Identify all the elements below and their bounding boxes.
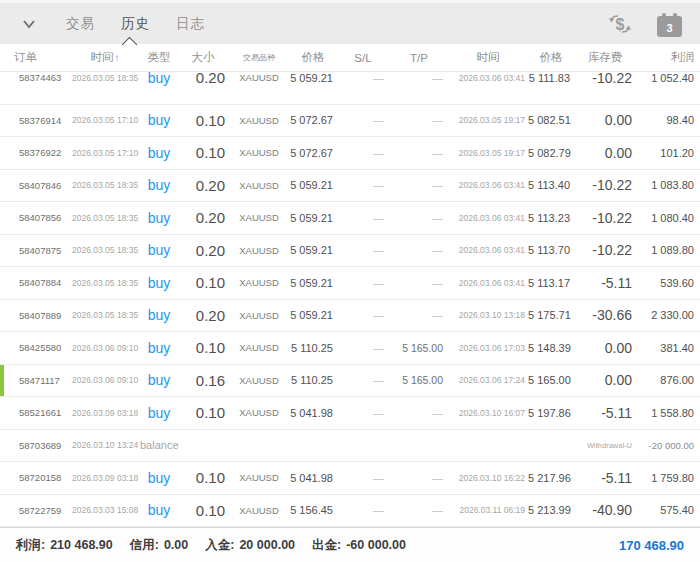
open-price: 5 156.45 bbox=[290, 504, 336, 516]
order-id: 58722759 bbox=[0, 505, 70, 516]
history-row[interactable]: 584078892026.03.05 18:35buy0.20XAUUSD5 0… bbox=[0, 300, 700, 333]
size-value: 0.20 bbox=[178, 72, 228, 86]
type-label: buy bbox=[140, 372, 178, 388]
sl-value: — bbox=[336, 342, 390, 354]
swap-value: -10.22 bbox=[574, 242, 636, 258]
tp-value: — bbox=[390, 147, 448, 159]
sl-value: — bbox=[336, 277, 390, 289]
history-row[interactable]: 587227592026.03.03 15:08buy0.10XAUUSD5 1… bbox=[0, 495, 700, 528]
close-price: 5 148.39 bbox=[528, 342, 574, 354]
swap-value: -10.22 bbox=[574, 177, 636, 193]
order-id: 58374463 bbox=[0, 72, 70, 83]
tp-value: — bbox=[390, 309, 448, 321]
history-row[interactable]: 583769222026.03.05 17:10buy0.10XAUUSD5 0… bbox=[0, 137, 700, 170]
history-row[interactable]: 584078562026.03.05 18:35buy0.20XAUUSD5 0… bbox=[0, 202, 700, 235]
symbol-label: XAUUSD bbox=[228, 212, 290, 223]
summary-profit-value: 210 468.90 bbox=[50, 538, 113, 552]
order-id: 58376922 bbox=[0, 147, 70, 158]
size-value: 0.10 bbox=[178, 404, 228, 421]
col-close-time[interactable]: 时间 bbox=[448, 50, 528, 65]
col-close-price[interactable]: 价格 bbox=[528, 50, 574, 65]
history-row[interactable]: 583769142026.03.05 17:10buy0.10XAUUSD5 0… bbox=[0, 105, 700, 138]
order-id: 58703689 bbox=[0, 440, 70, 451]
deposit-withdrawal-button[interactable]: $ bbox=[607, 11, 633, 37]
col-open-price[interactable]: 价格 bbox=[290, 50, 336, 65]
symbol-label: XAUUSD bbox=[228, 472, 290, 483]
history-row[interactable]: 587201582026.03.09 03:18buy0.10XAUUSD5 0… bbox=[0, 462, 700, 495]
symbol-label: XAUUSD bbox=[228, 505, 290, 516]
tab-trade[interactable]: 交易 bbox=[66, 15, 95, 33]
swap-value: 0.00 bbox=[574, 340, 636, 356]
sl-value: — bbox=[336, 114, 390, 126]
close-time: 2026.03.10 16:07 bbox=[448, 408, 528, 418]
sl-value: — bbox=[336, 244, 390, 256]
col-sl[interactable]: S/L bbox=[336, 52, 390, 64]
profit-value: 98.40 bbox=[636, 114, 700, 126]
close-price: 5 213.99 bbox=[528, 504, 574, 516]
swap-value: -5.11 bbox=[574, 405, 636, 421]
type-label: buy bbox=[140, 177, 178, 193]
top-tab-bar: 交易 历史 日志 $ 3 bbox=[0, 3, 700, 44]
close-time: 2026.03.06 03:41 bbox=[448, 73, 528, 83]
type-label: balance bbox=[140, 439, 448, 451]
col-type[interactable]: 类型 bbox=[140, 50, 178, 65]
history-row[interactable]: 584255802026.03.06 09:10buy0.10XAUUSD5 1… bbox=[0, 332, 700, 365]
tp-value: — bbox=[390, 72, 448, 84]
history-screen: 交易 历史 日志 $ 3 订单 时间↑ 类型 大小 交易品种 价格 S/L bbox=[0, 0, 700, 562]
profit-value: -20 000.00 bbox=[636, 440, 700, 451]
swap-value: 0.00 bbox=[574, 372, 636, 388]
close-time: 2026.03.06 03:41 bbox=[448, 278, 528, 288]
swap-value: 0.00 bbox=[574, 112, 636, 128]
type-label: buy bbox=[140, 307, 178, 323]
close-time: 2026.03.06 03:41 bbox=[448, 213, 528, 223]
summary-bar: 利润:210 468.90 信用:0.00 入金:20 000.00 出金:-6… bbox=[0, 527, 700, 562]
summary-total: 170 468.90 bbox=[619, 538, 684, 553]
svg-text:$: $ bbox=[616, 16, 625, 33]
swap-value: -10.22 bbox=[574, 72, 636, 86]
col-tp[interactable]: T/P bbox=[390, 52, 448, 64]
col-swap[interactable]: 库存费 bbox=[574, 50, 636, 65]
col-profit[interactable]: 利润 bbox=[636, 50, 700, 65]
profit-value: 2 330.00 bbox=[636, 309, 700, 321]
col-order[interactable]: 订单 bbox=[0, 50, 70, 65]
collapse-button[interactable] bbox=[18, 13, 40, 35]
summary-withdrawal-value: -60 000.00 bbox=[346, 538, 406, 552]
chevron-down-icon bbox=[20, 16, 38, 32]
sl-value: — bbox=[336, 212, 390, 224]
open-price: 5 059.21 bbox=[290, 277, 336, 289]
history-row[interactable]: 585216612026.03.09 03:18buy0.10XAUUSD5 0… bbox=[0, 397, 700, 430]
summary-profit: 利润:210 468.90 bbox=[16, 537, 113, 554]
history-row[interactable]: 584711172026.03.06 09:10buy0.16XAUUSD5 1… bbox=[0, 365, 700, 398]
tab-journal[interactable]: 日志 bbox=[176, 15, 205, 33]
history-row-balance[interactable]: 587036892026.03.10 13:24balanceWithdrawa… bbox=[0, 430, 700, 463]
open-price: 5 110.25 bbox=[290, 374, 336, 386]
history-row[interactable]: 584078752026.03.05 18:35buy0.20XAUUSD5 0… bbox=[0, 235, 700, 268]
sl-value: — bbox=[336, 407, 390, 419]
close-time: 2026.03.06 17:24 bbox=[448, 375, 528, 385]
tab-history[interactable]: 历史 bbox=[121, 15, 150, 33]
order-id: 58407856 bbox=[0, 212, 70, 223]
size-value: 0.10 bbox=[178, 144, 228, 161]
order-id: 58407884 bbox=[0, 277, 70, 288]
open-price: 5 041.98 bbox=[290, 472, 336, 484]
sl-value: — bbox=[336, 472, 390, 484]
close-time: 2026.03.05 19:17 bbox=[448, 115, 528, 125]
close-price: 5 113.23 bbox=[528, 212, 574, 224]
calendar-filter-button[interactable]: 3 bbox=[657, 11, 682, 37]
summary-withdrawal: 出金:-60 000.00 bbox=[312, 537, 406, 554]
size-value: 0.20 bbox=[178, 242, 228, 259]
col-symbol[interactable]: 交易品种 bbox=[228, 52, 290, 63]
type-label: buy bbox=[140, 275, 178, 291]
summary-withdrawal-label: 出金: bbox=[312, 538, 341, 552]
history-row[interactable]: 584078842026.03.05 18:35buy0.10XAUUSD5 0… bbox=[0, 267, 700, 300]
size-value: 0.10 bbox=[178, 339, 228, 356]
symbol-label: XAUUSD bbox=[228, 147, 290, 158]
symbol-label: XAUUSD bbox=[228, 375, 290, 386]
history-row[interactable]: 584078462026.03.05 18:35buy0.20XAUUSD5 0… bbox=[0, 170, 700, 203]
order-id: 58521661 bbox=[0, 407, 70, 418]
tp-value: — bbox=[390, 179, 448, 191]
col-size[interactable]: 大小 bbox=[178, 50, 228, 65]
open-price: 5 059.21 bbox=[290, 244, 336, 256]
profit-value: 876.00 bbox=[636, 374, 700, 386]
history-row[interactable]: 583744632026.03.05 18:35buy0.20XAUUSD5 0… bbox=[0, 72, 700, 105]
